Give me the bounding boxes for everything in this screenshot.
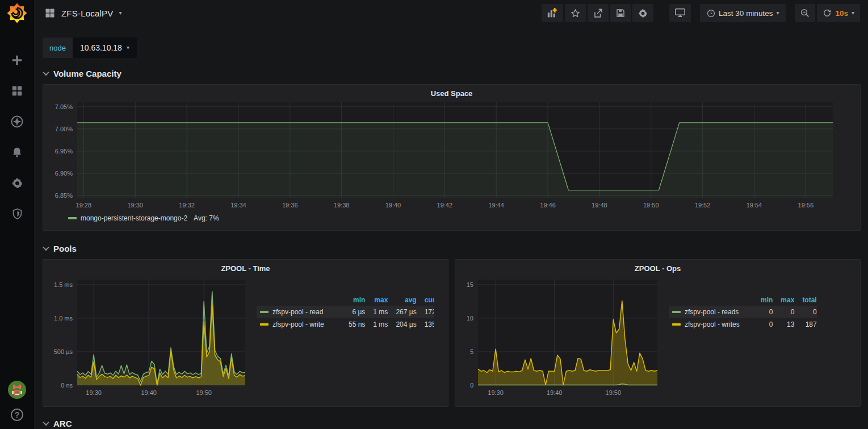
x-axis-tick-label: 19:32 (172, 202, 202, 209)
section-pools[interactable]: Pools (44, 241, 861, 256)
user-avatar[interactable] (7, 381, 27, 398)
variable-node-picker[interactable]: node 10.63.10.18 ▾ (43, 38, 137, 58)
section-title: Pools (53, 244, 77, 253)
legend-col-current[interactable]: current (417, 294, 434, 306)
chevron-down-icon: ▾ (776, 10, 779, 16)
legend-col-min[interactable]: min (753, 294, 773, 306)
legend-min: 0 (753, 318, 773, 331)
legend-row-read: zfspv-pool - read 6 µs 1 ms 267 µs 172 µ… (257, 306, 434, 318)
section-title: ARC (53, 419, 72, 428)
gear-icon (638, 8, 648, 19)
legend-max: 1 ms (365, 318, 388, 331)
chevron-down-icon: ▾ (852, 10, 854, 16)
x-axis-tick-label: 19:46 (533, 202, 563, 209)
sidebar-item-dashboards[interactable] (7, 82, 27, 99)
time-range-picker[interactable]: Last 30 minutes ▾ (700, 4, 786, 22)
series-swatch (672, 323, 681, 326)
legend-col-max[interactable]: max (773, 294, 794, 306)
panel-title[interactable]: ZPOOL - Time (49, 262, 442, 274)
chevron-down-icon (43, 244, 49, 251)
sidebar-item-server-admin[interactable] (7, 205, 27, 222)
submenu: node 10.63.10.18 ▾ (43, 38, 861, 58)
series-name: zfspv-pool - write (272, 320, 324, 328)
zpool-time-graph[interactable]: 0 ns500 µs1.0 ms1.5 ms19:3019:4019:50 (49, 274, 249, 400)
x-axis-tick-label: 19:44 (481, 202, 511, 209)
x-axis-tick-label: 19:40 (378, 202, 408, 209)
help-button[interactable]: ? (11, 409, 23, 421)
legend-row-reads: zfspv-pool - reads 0 0 0 (669, 306, 817, 318)
dashboard-title-picker[interactable]: ZFS-LocalPV ▾ (44, 7, 121, 19)
x-axis-tick-label: 19:38 (327, 202, 357, 209)
y-axis-tick-label: 0 ns (49, 382, 73, 389)
panel-zpool-time: ZPOOL - Time 0 ns500 µs1.0 ms1.5 ms19:30… (43, 259, 448, 407)
y-axis-tick-label: 5 (461, 348, 473, 355)
panel-used-space: Used Space 6.85%6.90%6.95%7.00%7.05%19:2… (43, 84, 861, 231)
share-dashboard-button[interactable] (588, 4, 609, 22)
chevron-down-icon: ▾ (119, 10, 121, 16)
x-axis-tick-label: 19:50 (189, 389, 219, 396)
legend-col-total[interactable]: total (794, 294, 816, 306)
y-axis-tick-label: 1.0 ms (49, 315, 73, 322)
x-axis-tick-label: 19:30 (481, 389, 510, 396)
y-axis-tick-label: 0 (461, 382, 473, 389)
series-swatch (260, 323, 269, 326)
plus-icon (11, 54, 23, 66)
shield-icon (11, 207, 23, 220)
chevron-down-icon (43, 419, 49, 426)
y-axis-tick-label: 7.05% (49, 103, 73, 110)
legend-col-min[interactable]: min (341, 294, 365, 306)
question-mark-icon: ? (15, 410, 20, 419)
x-axis-tick-label: 19:30 (120, 202, 150, 209)
x-axis-tick-label: 19:40 (134, 389, 163, 396)
x-axis-tick-label: 19:30 (79, 389, 108, 396)
clock-icon (707, 9, 715, 18)
sidebar-item-explore[interactable] (7, 113, 27, 130)
save-icon (615, 8, 626, 18)
series-toggle[interactable]: zfspv-pool - write (260, 320, 341, 328)
legend-total: 0 (794, 306, 816, 318)
series-toggle[interactable]: zfspv-pool - writes (672, 320, 753, 328)
panel-zpool-ops: ZPOOL - Ops 05101519:3019:4019:50 min ma… (455, 259, 861, 407)
grafana-logo-icon (6, 2, 28, 24)
panel-title[interactable]: Used Space (49, 87, 854, 99)
save-dashboard-button[interactable] (610, 4, 631, 22)
series-name: zfspv-pool - read (272, 308, 323, 316)
bell-icon (11, 146, 23, 159)
zpool-ops-graph[interactable]: 05101519:3019:4019:50 (461, 274, 661, 400)
magnifier-minus-icon (800, 8, 810, 18)
sidebar-item-alerting[interactable] (7, 144, 27, 161)
refresh-picker[interactable]: 10s ▾ (817, 4, 860, 22)
y-axis-tick-label: 1.5 ms (49, 281, 73, 288)
refresh-icon (823, 9, 832, 18)
page-title: ZFS-LocalPV (61, 9, 113, 18)
dashboard-icon (44, 7, 56, 19)
grafana-logo[interactable] (0, 0, 34, 26)
sidebar-item-configuration[interactable] (7, 174, 27, 191)
section-arc[interactable]: ARC (44, 416, 861, 429)
x-axis-tick-label: 19:56 (791, 202, 820, 209)
x-axis-tick-label: 19:36 (275, 202, 305, 209)
variable-node-value: 10.63.10.18 (80, 43, 122, 52)
section-volume-capacity[interactable]: Volume Capacity (44, 66, 861, 81)
zoom-out-button[interactable] (795, 4, 815, 22)
create-add-button[interactable] (7, 52, 27, 69)
dashboard-settings-button[interactable] (632, 4, 653, 22)
legend-max: 0 (773, 306, 794, 318)
legend-col-max[interactable]: max (365, 294, 388, 306)
legend-col-avg[interactable]: avg (388, 294, 416, 306)
cycle-view-mode-button[interactable] (669, 4, 691, 22)
star-dashboard-button[interactable] (565, 4, 586, 22)
series-toggle[interactable]: zfspv-pool - reads (672, 308, 753, 316)
legend-avg: 267 µs (388, 306, 416, 318)
used-space-graph[interactable]: 6.85%6.90%6.95%7.00%7.05%19:2819:3019:32… (49, 99, 854, 211)
legend-current: 135 µs (417, 318, 434, 331)
legend-row-write: zfspv-pool - write 55 ns 1 ms 204 µs 135… (257, 318, 434, 331)
series-name[interactable]: mongo-persistent-storage-mongo-2 (81, 214, 187, 222)
panel-title[interactable]: ZPOOL - Ops (461, 262, 854, 274)
y-axis-tick-label: 10 (461, 315, 473, 322)
add-panel-button[interactable] (542, 4, 563, 22)
legend-current: 172 µs (417, 306, 434, 318)
series-toggle[interactable]: zfspv-pool - read (260, 308, 341, 316)
add-panel-icon (547, 8, 558, 18)
series-swatch (68, 217, 77, 219)
